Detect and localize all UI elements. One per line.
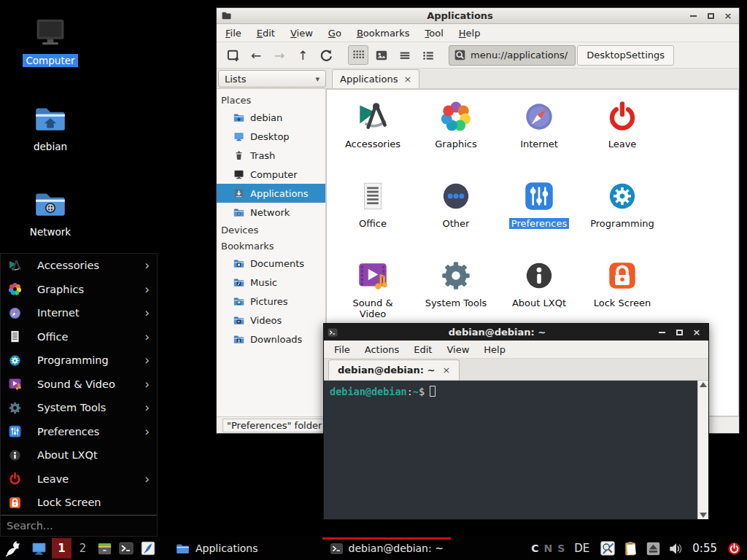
desktop-icon-computer[interactable]: Computer	[15, 13, 85, 67]
menu-bookmarks[interactable]: Bookmarks	[357, 28, 410, 39]
screenshot-tray-icon[interactable]	[599, 540, 616, 557]
search-input[interactable]: Search...	[1, 515, 157, 537]
menu-actions[interactable]: Actions	[365, 344, 400, 355]
menu-item-system-tools[interactable]: System Tools ›	[1, 396, 157, 420]
menu-file[interactable]: File	[334, 344, 350, 355]
menu-view[interactable]: View	[446, 344, 469, 355]
sidebar-item-applications[interactable]: Applications	[217, 184, 325, 203]
caps-lock-indicator[interactable]: C	[531, 542, 538, 554]
up-button[interactable]: ↑	[293, 45, 313, 65]
menu-item-internet[interactable]: Internet ›	[1, 301, 157, 325]
reload-button[interactable]	[316, 45, 336, 65]
workspace-1-button[interactable]: 1	[52, 538, 71, 559]
launcher-featherpad[interactable]	[137, 537, 159, 560]
sidebar-item-videos[interactable]: Videos	[217, 311, 325, 330]
sidebar-item-pictures[interactable]: Pictures	[217, 292, 325, 311]
submenu-arrow-icon: ›	[144, 472, 150, 486]
app-about-lxqt[interactable]: About LXQt	[498, 254, 581, 334]
menu-item-lock-screen[interactable]: Lock Screen	[1, 491, 157, 515]
icon-view-button[interactable]	[348, 45, 368, 65]
minimize-button[interactable]	[657, 327, 667, 338]
sidebar-item-debian[interactable]: debian	[217, 108, 325, 127]
sidebar-mode-combobox[interactable]: Lists ▾	[218, 70, 326, 88]
menu-item-graphics[interactable]: Graphics ›	[1, 278, 157, 302]
sidebar-item-desktop[interactable]: Desktop	[217, 127, 325, 146]
thumbnail-view-button[interactable]	[371, 45, 392, 65]
app-category-preferences[interactable]: Preferences	[498, 175, 581, 254]
tab-close-icon[interactable]: ×	[403, 74, 411, 85]
terminal-screen[interactable]: debian@debian:~$	[324, 381, 697, 519]
sidebar-item-downloads[interactable]: Downloads	[217, 330, 325, 349]
clock[interactable]: 0:55	[692, 542, 717, 555]
sidebar-item-music[interactable]: Music	[217, 273, 325, 292]
keyboard-layout-indicator[interactable]: DE	[574, 542, 589, 555]
launcher-terminal[interactable]	[115, 537, 137, 560]
workspace-2-button[interactable]: 2	[73, 538, 93, 559]
menu-edit[interactable]: Edit	[257, 28, 275, 39]
menu-item-preferences[interactable]: Preferences ›	[1, 420, 157, 444]
applications-icon	[233, 187, 245, 200]
menu-item-about-lxqt[interactable]: About LXQt	[1, 443, 157, 467]
menu-view[interactable]: View	[290, 28, 313, 39]
tab-close-icon[interactable]: ×	[442, 365, 450, 376]
menu-help[interactable]: Help	[484, 344, 506, 355]
app-category-system-tools[interactable]: System Tools	[414, 254, 498, 334]
forward-button[interactable]: →	[269, 45, 290, 65]
scroll-down-icon[interactable]	[700, 513, 707, 518]
minimize-button[interactable]	[688, 11, 698, 21]
scroll-up-icon[interactable]	[700, 382, 707, 387]
menu-item-programming[interactable]: Programming ›	[1, 349, 157, 373]
back-button[interactable]: ←	[246, 45, 266, 65]
title-bar[interactable]: Applications ×	[217, 8, 739, 24]
menu-item-leave[interactable]: Leave ›	[1, 467, 157, 491]
scroll-lock-indicator[interactable]: S	[557, 542, 565, 554]
detailed-view-button[interactable]	[418, 45, 438, 65]
launcher-file-manager[interactable]	[93, 537, 115, 560]
maximize-button[interactable]	[705, 11, 716, 21]
menu-item-office[interactable]: Office ›	[1, 325, 157, 349]
menu-help[interactable]: Help	[459, 28, 481, 39]
task-applications[interactable]: Applications	[168, 537, 266, 560]
menu-edit[interactable]: Edit	[414, 344, 432, 355]
app-category-graphics[interactable]: Graphics	[414, 96, 498, 175]
app-category-internet[interactable]: Internet	[498, 96, 581, 175]
maximize-button[interactable]	[674, 327, 684, 338]
tab-applications[interactable]: Applications ×	[332, 69, 419, 88]
close-button[interactable]: ×	[692, 327, 702, 338]
new-tab-button[interactable]	[222, 45, 243, 65]
menu-tool[interactable]: Tool	[425, 28, 444, 39]
removable-media-tray-icon[interactable]	[644, 540, 662, 557]
app-category-leave[interactable]: Leave	[581, 96, 664, 175]
sidebar-item-computer[interactable]: Computer	[217, 165, 325, 184]
sidebar-item-trash[interactable]: Trash	[217, 146, 325, 165]
start-menu-button[interactable]	[0, 537, 26, 560]
menu-item-accessories[interactable]: Accessories ›	[1, 254, 157, 278]
terminal-tab[interactable]: debian@debian: ~ ×	[328, 359, 460, 380]
app-category-accessories[interactable]: Accessories	[331, 96, 414, 175]
sidebar-item-network[interactable]: Network	[217, 203, 325, 222]
compact-view-button[interactable]	[395, 45, 415, 65]
scrollbar[interactable]	[697, 381, 708, 519]
leave-button[interactable]	[725, 540, 743, 557]
sidebar-item-documents[interactable]: Documents	[217, 254, 325, 273]
title-bar[interactable]: debian@debian: ~ ×	[324, 324, 708, 341]
desktop-icon-debian[interactable]: debian	[15, 101, 85, 153]
app-category-programming[interactable]: Programming	[581, 175, 664, 254]
preferences-icon	[521, 178, 557, 214]
address-current-button[interactable]: menu://applications/	[449, 45, 576, 66]
desktop-settings-button[interactable]: DesktopSettings	[577, 45, 674, 66]
desktop-icon-network[interactable]: Network	[15, 186, 85, 238]
task-terminal[interactable]: debian@debian: ~	[322, 537, 451, 560]
clipboard-tray-icon[interactable]	[622, 540, 639, 557]
app-lock-screen[interactable]: Lock Screen	[581, 254, 664, 334]
app-category-office[interactable]: Office	[331, 175, 414, 254]
close-button[interactable]: ×	[723, 11, 733, 21]
volume-tray-icon[interactable]	[667, 540, 684, 557]
menu-item-sound-video[interactable]: Sound & Video ›	[1, 373, 157, 397]
app-category-other[interactable]: Other	[414, 175, 498, 254]
menu-file[interactable]: File	[225, 28, 241, 39]
num-lock-indicator[interactable]: N	[543, 542, 552, 554]
show-desktop-button[interactable]	[26, 537, 51, 560]
menu-go[interactable]: Go	[328, 28, 341, 39]
app-category-sound-video[interactable]: Sound & Video	[331, 254, 414, 334]
